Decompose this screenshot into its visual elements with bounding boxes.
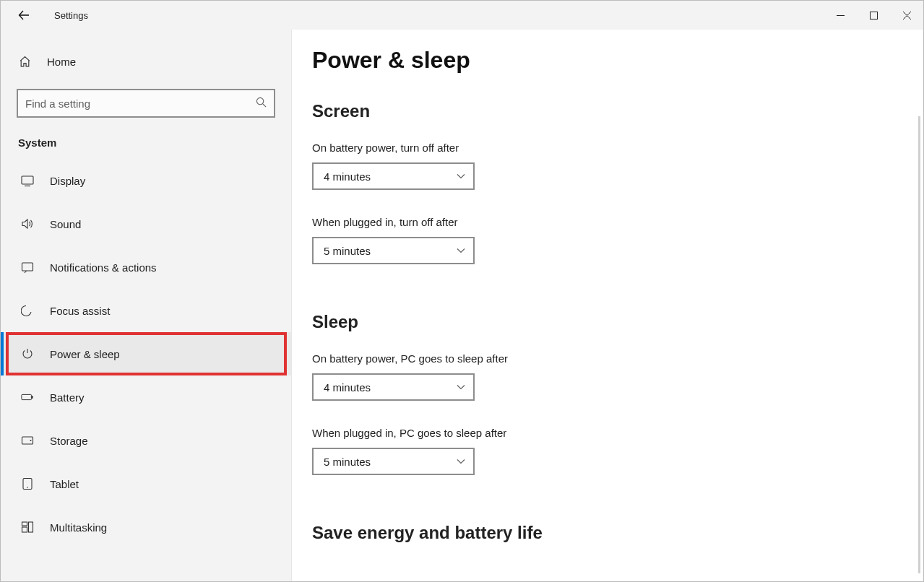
sidebar-item-label: Tablet <box>50 478 79 490</box>
svg-rect-6 <box>22 176 33 184</box>
tablet-icon <box>21 477 34 490</box>
home-button[interactable]: Home <box>1 44 291 79</box>
highlight-box <box>6 332 287 375</box>
sleep-plugged-label: When plugged in, PC goes to sleep after <box>312 427 923 439</box>
sidebar-item-label: Notifications & actions <box>50 261 157 274</box>
battery-icon <box>21 391 34 404</box>
select-value: 4 minutes <box>324 170 371 183</box>
back-button[interactable] <box>8 1 40 30</box>
search-icon <box>256 97 267 110</box>
svg-rect-17 <box>29 522 33 532</box>
page-title: Power & sleep <box>312 47 923 74</box>
settings-window: Settings Home <box>0 0 924 582</box>
arrow-left-icon <box>18 9 30 21</box>
svg-rect-16 <box>22 527 27 532</box>
svg-rect-10 <box>32 396 33 399</box>
sidebar: Home System Display Sound <box>1 30 292 581</box>
svg-rect-1 <box>870 12 877 19</box>
select-value: 5 minutes <box>324 456 371 468</box>
screen-battery-label: On battery power, turn off after <box>312 142 923 154</box>
sidebar-item-label: Sound <box>50 218 81 230</box>
chevron-down-icon <box>456 246 466 256</box>
sidebar-item-storage[interactable]: Storage <box>1 419 291 462</box>
screen-plugged-label: When plugged in, turn off after <box>312 216 923 228</box>
home-label: Home <box>47 56 76 68</box>
svg-rect-15 <box>22 522 27 526</box>
svg-point-4 <box>256 97 263 104</box>
search-input[interactable] <box>25 97 256 110</box>
chevron-down-icon <box>456 456 466 466</box>
sidebar-item-label: Display <box>50 175 85 187</box>
focus-assist-icon <box>21 304 34 317</box>
scrollbar[interactable] <box>918 116 920 573</box>
chevron-down-icon <box>456 382 466 392</box>
minimize-icon <box>837 12 845 19</box>
sidebar-item-power-sleep[interactable]: Power & sleep <box>1 332 291 375</box>
close-button[interactable] <box>890 1 923 30</box>
sidebar-item-label: Storage <box>50 435 88 447</box>
window-title: Settings <box>54 10 88 21</box>
search-box[interactable] <box>17 89 275 118</box>
sidebar-item-label: Battery <box>50 391 85 404</box>
content-panel: Power & sleep Screen On battery power, t… <box>292 30 923 581</box>
select-value: 4 minutes <box>324 381 371 394</box>
titlebar: Settings <box>1 1 923 30</box>
nav-list: Display Sound Notifications & actions Fo… <box>1 159 291 549</box>
sidebar-item-display[interactable]: Display <box>1 159 291 202</box>
sleep-plugged-select[interactable]: 5 minutes <box>312 448 475 475</box>
sidebar-item-focus-assist[interactable]: Focus assist <box>1 289 291 332</box>
svg-line-5 <box>263 103 266 106</box>
screen-heading: Screen <box>312 101 923 121</box>
minimize-button[interactable] <box>824 1 857 30</box>
maximize-button[interactable] <box>857 1 890 30</box>
notifications-icon <box>21 261 34 274</box>
svg-rect-9 <box>22 394 32 399</box>
home-icon <box>18 56 31 68</box>
svg-rect-8 <box>22 263 33 271</box>
sidebar-item-multitasking[interactable]: Multitasking <box>1 505 291 549</box>
sleep-battery-label: On battery power, PC goes to sleep after <box>312 352 923 365</box>
sleep-heading: Sleep <box>312 312 923 332</box>
power-icon <box>21 347 34 360</box>
close-icon <box>903 12 911 19</box>
category-label: System <box>18 136 291 149</box>
storage-icon <box>21 434 34 447</box>
multitasking-icon <box>21 521 34 534</box>
sidebar-item-label: Focus assist <box>50 305 110 317</box>
sidebar-item-notifications[interactable]: Notifications & actions <box>1 246 291 289</box>
sidebar-item-tablet[interactable]: Tablet <box>1 462 291 505</box>
sidebar-item-battery[interactable]: Battery <box>1 375 291 419</box>
sleep-battery-select[interactable]: 4 minutes <box>312 373 475 401</box>
save-energy-heading: Save energy and battery life <box>312 523 923 543</box>
sidebar-item-sound[interactable]: Sound <box>1 202 291 246</box>
svg-point-14 <box>27 487 28 488</box>
select-value: 5 minutes <box>324 245 371 257</box>
screen-plugged-select[interactable]: 5 minutes <box>312 237 475 264</box>
window-controls <box>824 1 923 30</box>
chevron-down-icon <box>456 171 466 181</box>
main-body: Home System Display Sound <box>1 30 923 581</box>
maximize-icon <box>870 12 878 19</box>
sidebar-item-label: Power & sleep <box>50 348 120 360</box>
sidebar-item-label: Multitasking <box>50 521 107 534</box>
svg-point-12 <box>30 440 32 441</box>
display-icon <box>21 174 34 187</box>
screen-battery-select[interactable]: 4 minutes <box>312 162 475 190</box>
sound-icon <box>21 217 34 230</box>
